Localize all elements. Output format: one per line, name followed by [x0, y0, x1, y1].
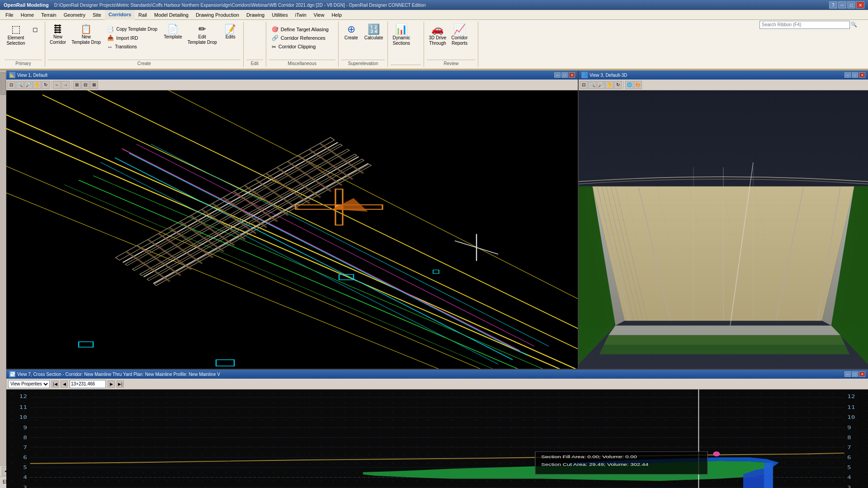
define-target-btn[interactable]: 🎯 Define Target Aliasing — [269, 25, 331, 33]
view3-render[interactable]: 🌐 — [625, 81, 633, 89]
element-selection-btn[interactable]: ⬚ ElementSelection — [5, 23, 27, 47]
import-ird-label: Import IRD — [116, 36, 138, 41]
corridor-refs-btn[interactable]: 🔗 Corridor References — [269, 34, 331, 42]
v3-sep — [623, 81, 624, 89]
menu-drawing[interactable]: Drawing — [243, 10, 268, 20]
view7-restore[interactable]: □ — [852, 371, 858, 377]
view1-rotate[interactable]: ↻ — [42, 81, 50, 89]
edits-label: Edits — [226, 34, 236, 40]
view3-rotate[interactable]: ↻ — [614, 81, 622, 89]
view1-restore[interactable]: □ — [561, 72, 568, 78]
view3-zoom-out[interactable]: 🔎 — [597, 81, 605, 89]
view3-zoom-in[interactable]: 🔍 — [588, 81, 596, 89]
view1-close[interactable]: ✕ — [569, 72, 575, 78]
menu-file[interactable]: File — [2, 10, 17, 20]
new-corridor-btn[interactable]: 🛤 NewCorridor — [48, 23, 68, 46]
minimize-btn[interactable]: ─ — [838, 1, 846, 9]
menu-home[interactable]: Home — [17, 10, 38, 20]
nav-prev[interactable]: ◀ — [61, 380, 68, 388]
corridor-clipping-btn[interactable]: ✂ Corridor Clipping — [269, 43, 331, 51]
views-container: 📐 View 1, Default ─ □ ✕ ⊡ 🔍 🔎 ✋ ↻ ← — [6, 70, 868, 465]
new-template-drop-btn[interactable]: 📋 NewTemplate Drop — [70, 23, 103, 46]
sidebar-tool-1[interactable] — [0, 72, 6, 95]
view-properties-select[interactable]: View Properties — [8, 380, 50, 388]
transitions-btn[interactable]: ↔ Transitions — [104, 43, 160, 51]
view3: 🔷 View 3, Default-3D ─ □ ✕ ⊡ 🔍 🔎 ✋ ↻ 🌐 — [579, 70, 868, 369]
station-input[interactable] — [70, 380, 106, 388]
view3-fit[interactable]: ⊡ — [580, 81, 588, 89]
view7-icon: 📉 — [9, 371, 15, 377]
view1-snap[interactable]: ⊠ — [90, 81, 98, 89]
window-title: D:\OpenRail Designer Projects\Metric Sta… — [54, 3, 829, 8]
menu-view[interactable]: View — [310, 10, 328, 20]
view3-close[interactable]: ✕ — [859, 72, 865, 78]
menu-site[interactable]: Site — [89, 10, 105, 20]
view7-canvas[interactable]: 12 11 10 9 8 7 6 5 4 3 2 12 — [6, 389, 868, 488]
menu-utilities[interactable]: Utilities — [268, 10, 291, 20]
view1-minimize[interactable]: ─ — [554, 72, 561, 78]
view1-zoom-out[interactable]: 🔎 — [24, 81, 33, 89]
maximize-btn[interactable]: □ — [847, 1, 855, 9]
new-corridor-icon: 🛤 — [53, 24, 62, 33]
menu-model-detailing[interactable]: Model Detailing — [151, 10, 192, 20]
view3-pan[interactable]: ✋ — [605, 81, 613, 89]
view1-display[interactable]: ⊞ — [73, 81, 81, 89]
menu-rail[interactable]: Rail — [135, 10, 151, 20]
edits-icon: 📝 — [225, 24, 236, 33]
template-btn[interactable]: 📄 Template — [162, 23, 184, 41]
menu-corridors[interactable]: Corridors — [105, 10, 135, 20]
view1-fit[interactable]: ⊡ — [7, 81, 15, 89]
define-target-label: Define Target Aliasing — [281, 27, 329, 33]
search-ribbon-input[interactable] — [760, 21, 850, 29]
nav-next[interactable]: ▶ — [108, 380, 115, 388]
menu-terrain[interactable]: Terrain — [38, 10, 60, 20]
menu-geometry[interactable]: Geometry — [60, 10, 89, 20]
view1-redo[interactable]: → — [61, 81, 70, 89]
help-btn[interactable]: ? — [829, 1, 837, 9]
menu-help[interactable]: Help — [328, 10, 345, 20]
view7-minimize[interactable]: ─ — [844, 371, 851, 377]
main-content: 📐 View 1, Default ─ □ ✕ ⊡ 🔍 🔎 ✋ ↻ ← — [0, 70, 868, 465]
view3-display-style[interactable]: 🎨 — [634, 81, 642, 89]
calculate-icon: 🔢 — [368, 24, 380, 34]
app-name: OpenRail Modeling — [4, 2, 49, 8]
nav-prev-prev[interactable]: |◀ — [52, 380, 59, 388]
dynamic-sections-btn[interactable]: 📊 DynamicSections — [391, 23, 412, 47]
view1-icon: 📐 — [9, 72, 15, 78]
menu-itwin[interactable]: iTwin — [292, 10, 310, 20]
3d-drive-btn[interactable]: 🚗 3D DriveThrough — [427, 23, 448, 47]
view1-zoom-in[interactable]: 🔍 — [16, 81, 24, 89]
view1-undo[interactable]: ← — [53, 81, 61, 89]
menu-drawing-production[interactable]: Drawing Production — [192, 10, 243, 20]
edit-template-drop-btn[interactable]: ✏ EditTemplate Drop — [186, 23, 219, 46]
view3-restore[interactable]: □ — [852, 72, 858, 78]
corridor-reports-btn[interactable]: 📈 CorridorReports — [449, 23, 469, 47]
import-ird-btn[interactable]: 📥 Import IRD — [104, 34, 160, 42]
copy-template-drop-btn[interactable]: 📑 Copy Template Drop — [104, 25, 160, 33]
svg-text:6: 6 — [847, 455, 851, 460]
view3-canvas[interactable] — [579, 90, 868, 369]
calculate-btn[interactable]: 🔢 Calculate — [363, 23, 385, 42]
view7-title: View 7, Cross Section - Corridor: New Ma… — [17, 372, 843, 377]
view1-pan[interactable]: ✋ — [33, 81, 41, 89]
copy-icon: 📑 — [107, 26, 114, 33]
nav-next-next[interactable]: ▶| — [117, 380, 124, 388]
create-btn[interactable]: ⊕ Create — [341, 23, 361, 42]
edit-template-icon: ✏ — [198, 24, 206, 33]
new-template-drop-label: NewTemplate Drop — [71, 34, 101, 45]
ribbon: ⬚ ElementSelection ◻ Primary 🛤 NewCorrid… — [0, 20, 868, 70]
view1-canvas[interactable] — [6, 90, 578, 369]
view3-minimize[interactable]: ─ — [844, 72, 851, 78]
svg-text:3: 3 — [23, 484, 27, 488]
search-icon: 🔍 — [851, 22, 857, 28]
selection-btn[interactable]: ◻ — [28, 23, 42, 33]
ribbon-group-primary: ⬚ ElementSelection ◻ Primary — [2, 22, 45, 67]
copy-import-group: 📑 Copy Template Drop 📥 Import IRD ↔ Tran… — [104, 23, 160, 51]
view7-close[interactable]: ✕ — [859, 371, 865, 377]
view7-titlebar: 📉 View 7, Cross Section - Corridor: New … — [6, 370, 868, 379]
close-btn[interactable]: ✕ — [856, 1, 864, 9]
calculate-label: Calculate — [364, 35, 383, 41]
titlebar: OpenRail Modeling D:\OpenRail Designer P… — [0, 0, 868, 10]
view1-grid[interactable]: ⊟ — [81, 81, 90, 89]
edits-btn[interactable]: 📝 Edits — [221, 23, 241, 41]
